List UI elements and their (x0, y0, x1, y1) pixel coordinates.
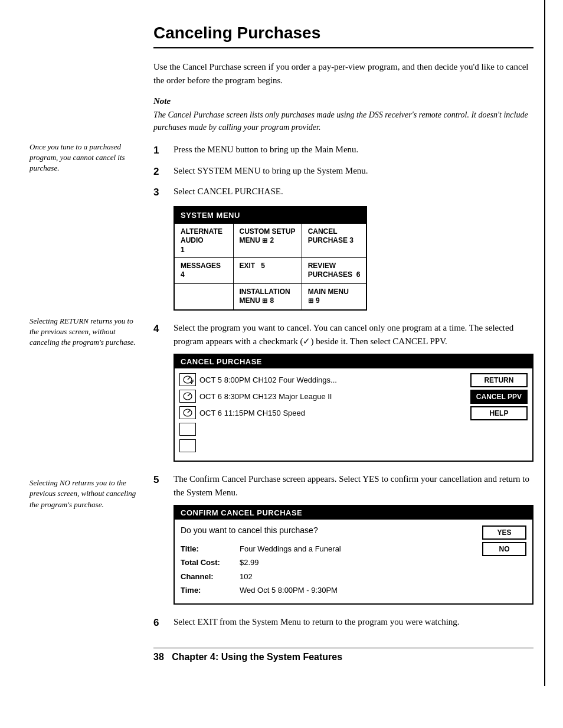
step-5-num: 5 (153, 472, 170, 488)
system-menu-cell-installation: INSTALLATIONMENU ⊞ 8 (233, 283, 302, 310)
channel-value: 102 (240, 570, 253, 583)
satellite-dish-icon-2 (182, 391, 193, 401)
svg-line-1 (188, 377, 191, 380)
grid-icon-3: ⊞ (308, 297, 314, 304)
confirm-cost-row: Total Cost: $2.99 (181, 556, 476, 569)
step-1: 1 Press the MENU button to bring up the … (153, 143, 533, 158)
step-4: 4 Select the program you want to cancel.… (153, 321, 533, 348)
help-button[interactable]: HELP (470, 406, 528, 420)
note-label: Note (153, 96, 533, 106)
grid-icon-1: ⊞ (262, 237, 268, 244)
main-content: Canceling Purchases Use the Cancel Purch… (153, 24, 533, 662)
program-row-1[interactable]: ✓ OCT 5 8:00PM CH102 Four Weddings... (179, 373, 461, 386)
footer-page-num: 38 (153, 652, 164, 662)
system-menu-table: SYSTEM MENU ALTERNATEAUDIO 1 CUSTOM SETU… (174, 206, 367, 311)
svg-line-5 (188, 410, 191, 413)
step-1-text: Press the MENU button to bring up the Ma… (174, 143, 533, 156)
step-4-num: 4 (153, 321, 170, 337)
system-menu-row-3: INSTALLATIONMENU ⊞ 8 MAIN MENU⊞ 9 (174, 283, 366, 310)
system-menu-cell-review-purchases: REVIEWPURCHASES 6 (302, 257, 366, 283)
cancel-purchase-buttons: RETURN CANCEL PPV HELP (466, 368, 532, 461)
right-border (544, 0, 545, 686)
intro-text: Use the Cancel Purchase screen if you or… (153, 60, 533, 87)
title-label: Title: (181, 542, 228, 556)
step-3-text: Select CANCEL PURCHASE. (174, 185, 533, 198)
cancel-purchase-content: ✓ OCT 5 8:00PM CH102 Four Weddings... (175, 368, 532, 461)
system-menu-cell-main-menu: MAIN MENU⊞ 9 (302, 283, 366, 310)
step-4-text: Select the program you want to cancel. Y… (174, 321, 533, 348)
program-detail-3: OCT 6 11:15PM CH150 Speed (199, 409, 305, 417)
step-6: 6 Select EXIT from the System Menu to re… (153, 615, 533, 631)
confirm-content: Do you want to cancel this purchase? Tit… (175, 520, 532, 603)
cost-label: Total Cost: (181, 556, 228, 569)
confirm-cancel-box: CONFIRM CANCEL PURCHASE Do you want to c… (174, 505, 533, 605)
system-menu-cell-alternate-audio: ALTERNATEAUDIO 1 (174, 223, 233, 257)
program-icon-1: ✓ (179, 373, 196, 386)
system-menu-cell-exit: EXIT 5 (233, 257, 302, 283)
empty-slot-1 (179, 423, 196, 436)
cancel-programs-list: ✓ OCT 5 8:00PM CH102 Four Weddings... (175, 368, 466, 461)
system-menu-title: SYSTEM MENU (174, 207, 366, 224)
step-6-text: Select EXIT from the System Menu to retu… (174, 615, 533, 629)
step-3: 3 Select CANCEL PURCHASE. (153, 185, 533, 200)
program-row-2[interactable]: OCT 6 8:30PM CH123 Major League II (179, 390, 461, 403)
program-icon-2 (179, 390, 196, 403)
time-value: Wed Oct 5 8:00PM - 9:30PM (240, 583, 338, 597)
step-2-text: Select SYSTEM MENU to bring up the Syste… (174, 164, 533, 178)
cancel-purchase-title: CANCEL PURCHASE (175, 355, 532, 368)
satellite-dish-icon-3 (182, 408, 193, 417)
confirm-channel-row: Channel: 102 (181, 570, 476, 583)
no-button[interactable]: NO (482, 542, 526, 556)
system-menu-row-2: MESSAGES 4 EXIT 5 REVIEWPURCHASES 6 (174, 257, 366, 283)
system-menu-cell-custom-setup: CUSTOM SETUPMENU ⊞ 2 (233, 223, 302, 257)
yes-button[interactable]: YES (482, 525, 526, 540)
confirm-question: Do you want to cancel this purchase? (181, 525, 476, 535)
program-detail-2: OCT 6 8:30PM CH123 Major League II (199, 392, 332, 401)
page: Once you tune to a purchased program, yo… (0, 0, 563, 686)
step-2: 2 Select SYSTEM MENU to bring up the Sys… (153, 164, 533, 179)
time-label: Time: (181, 583, 228, 597)
program-detail-1: OCT 5 8:00PM CH102 Four Weddings... (199, 376, 337, 384)
cancel-purchase-box: CANCEL PURCHASE ✓ OCT 5 8:00PM C (174, 354, 533, 462)
system-menu-container: SYSTEM MENU ALTERNATEAUDIO 1 CUSTOM SETU… (174, 206, 533, 311)
svg-line-3 (188, 393, 191, 396)
sidebar-note-2: Selecting RETURN returns you to the prev… (30, 316, 142, 348)
channel-label: Channel: (181, 570, 228, 583)
confirm-title-row: Title: Four Weddings and a Funeral (181, 542, 476, 556)
confirm-buttons: YES NO (476, 525, 526, 598)
step-2-num: 2 (153, 164, 170, 179)
system-menu-row-1: ALTERNATEAUDIO 1 CUSTOM SETUPMENU ⊞ 2 CA… (174, 223, 366, 257)
confirm-info: Title: Four Weddings and a Funeral Total… (181, 542, 476, 598)
system-menu-cell-messages: MESSAGES 4 (174, 257, 233, 283)
sidebar-note-1: Once you tune to a purchased program, yo… (30, 142, 142, 174)
step-5-text: The Confirm Cancel Purchase screen appea… (174, 472, 533, 499)
empty-slot-2 (179, 439, 196, 452)
steps-list: 1 Press the MENU button to bring up the … (153, 143, 533, 630)
program-icon-3 (179, 406, 196, 419)
sidebar-note-3: Selecting NO returns you to the previous… (30, 478, 142, 510)
cancel-ppv-button[interactable]: CANCEL PPV (470, 390, 528, 404)
return-button[interactable]: RETURN (470, 373, 528, 387)
page-title: Canceling Purchases (153, 24, 533, 48)
title-value: Four Weddings and a Funeral (240, 542, 341, 556)
step-3-num: 3 (153, 185, 170, 200)
cost-value: $2.99 (240, 556, 259, 569)
system-menu-cell-empty (174, 283, 233, 310)
step-6-num: 6 (153, 615, 170, 631)
system-menu-cell-cancel-purchase: CANCELPURCHASE 3 (302, 223, 366, 257)
sidebar: Once you tune to a purchased program, yo… (30, 24, 153, 662)
step-1-num: 1 (153, 143, 170, 158)
confirm-details: Do you want to cancel this purchase? Tit… (181, 525, 476, 598)
footer-chapter: Chapter 4: Using the System Features (172, 652, 342, 662)
note-text: The Cancel Purchase screen lists only pu… (153, 109, 533, 133)
grid-icon-2: ⊞ (262, 297, 268, 304)
confirm-cancel-title: CONFIRM CANCEL PURCHASE (175, 506, 532, 520)
step-5: 5 The Confirm Cancel Purchase screen app… (153, 472, 533, 499)
footer: 38 Chapter 4: Using the System Features (153, 648, 533, 662)
confirm-time-row: Time: Wed Oct 5 8:00PM - 9:30PM (181, 583, 476, 597)
program-row-3[interactable]: OCT 6 11:15PM CH150 Speed (179, 406, 461, 419)
satellite-dish-icon-1 (182, 375, 193, 384)
